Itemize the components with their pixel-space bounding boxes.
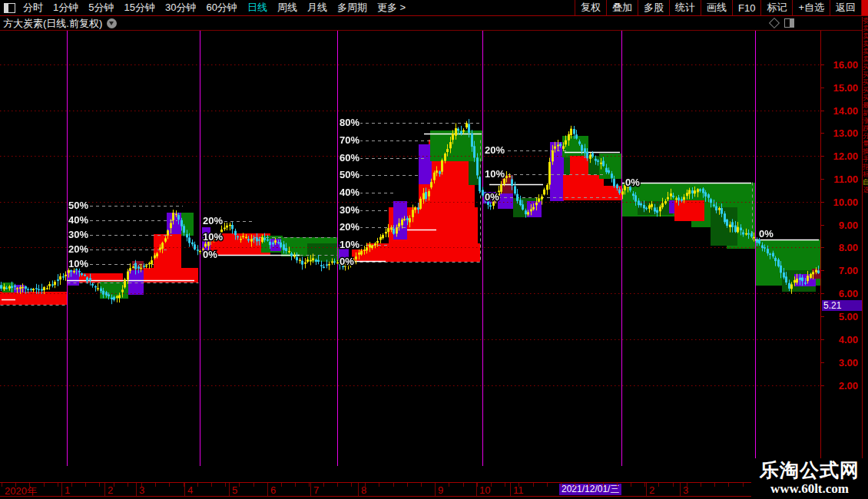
- month-divider: [680, 483, 681, 496]
- date-tick: [743, 483, 744, 487]
- toolbar-button-6[interactable]: 标记: [760, 0, 792, 15]
- period-tab-6[interactable]: 日线: [247, 1, 267, 15]
- date-tick: [351, 483, 352, 487]
- date-label: 10: [479, 484, 490, 496]
- period-tab-5[interactable]: 60分钟: [206, 1, 237, 15]
- price-axis[interactable]: 5.21 16.0015.0014.0013.0012.0011.0010.00…: [820, 31, 862, 482]
- date-label: 2: [108, 484, 113, 496]
- toolbar-button-1[interactable]: 叠加: [606, 0, 638, 15]
- price-tick: [821, 270, 824, 271]
- quote-panel-red-header[interactable]: [863, 2, 868, 15]
- toolbar-button-5[interactable]: F10: [732, 0, 760, 15]
- date-tick: [407, 483, 408, 487]
- date-tick: [617, 483, 618, 487]
- page-title: 方大炭素(日线.前复权): [0, 17, 102, 31]
- date-label: 3: [683, 484, 688, 496]
- date-tick: [701, 483, 701, 487]
- date-label: 3: [139, 484, 144, 496]
- period-tab-4[interactable]: 30分钟: [165, 1, 196, 15]
- price-label: 15.00: [833, 82, 858, 94]
- date-label: 9: [438, 484, 443, 496]
- period-tab-10[interactable]: 更多 >: [377, 1, 406, 15]
- price-label: 11.00: [833, 173, 858, 185]
- period-tab-0[interactable]: 分时: [23, 1, 43, 15]
- date-tick: [58, 483, 58, 487]
- period-menu: 分时1分钟5分钟15分钟30分钟60分钟日线周线月线多周期更多 >: [23, 1, 416, 15]
- date-tick: [71, 483, 72, 487]
- date-tick: [463, 483, 464, 487]
- date-tick: [99, 483, 100, 487]
- price-tick: [821, 247, 824, 248]
- price-label: 3.00: [839, 357, 858, 368]
- date-tick: [631, 483, 631, 487]
- toolbar-button-7[interactable]: +自选: [792, 0, 830, 15]
- collapsed-quote-panel-strip[interactable]: 委卖卖卖卖卖买买买买买最新涨跌分量换手指标自选: [862, 17, 868, 482]
- date-tick: [393, 483, 394, 487]
- chevron-down-icon[interactable]: [107, 18, 117, 28]
- price-label: 2.00: [839, 380, 858, 392]
- date-tick: [658, 483, 659, 487]
- date-tick: [533, 483, 534, 487]
- date-tick: [449, 483, 449, 487]
- date-tick: [114, 483, 114, 487]
- date-axis[interactable]: 2021/12/01/三 2020年123456789101123: [0, 482, 862, 497]
- split-window-icon[interactable]: [784, 18, 794, 28]
- month-divider: [310, 483, 311, 496]
- price-tick: [821, 133, 824, 134]
- toolbar-button-4[interactable]: 画线: [701, 0, 732, 15]
- period-tab-2[interactable]: 5分钟: [88, 1, 114, 15]
- title-bar: 方大炭素(日线.前复权): [0, 17, 868, 31]
- price-tick: [821, 156, 824, 157]
- date-tick: [673, 483, 674, 487]
- price-label: 16.00: [833, 59, 858, 71]
- date-tick: [155, 483, 156, 487]
- date-tick: [714, 483, 715, 487]
- date-tick: [561, 483, 562, 487]
- price-label: 12.00: [833, 150, 858, 162]
- date-label: 5: [232, 484, 237, 496]
- date-tick: [337, 483, 338, 487]
- date-tick: [169, 483, 170, 487]
- price-tick: [821, 293, 824, 294]
- watermark-url: www.60lt.com: [751, 482, 868, 496]
- date-tick: [253, 483, 254, 487]
- price-tick: [821, 225, 824, 226]
- date-tick: [575, 483, 575, 487]
- toolbar-button-3[interactable]: 统计: [669, 0, 701, 15]
- month-divider: [646, 483, 647, 496]
- month-divider: [476, 483, 477, 496]
- date-tick: [225, 483, 226, 487]
- period-tab-1[interactable]: 1分钟: [53, 1, 78, 15]
- date-label: 4: [187, 484, 193, 496]
- toolbar-right-buttons: 复权叠加多股统计画线F10标记+自选返回: [575, 0, 868, 15]
- date-tick: [85, 483, 86, 487]
- date-tick: [728, 483, 729, 487]
- period-tab-7[interactable]: 周线: [277, 1, 297, 15]
- price-label: 4.00: [839, 334, 858, 345]
- price-label: 13.00: [833, 127, 858, 139]
- period-tab-9[interactable]: 多周期: [337, 1, 367, 15]
- month-divider: [184, 483, 185, 496]
- date-tick: [211, 483, 212, 487]
- sidebar-toggle-icon[interactable]: [4, 3, 15, 13]
- date-tick: [44, 483, 45, 487]
- date-tick: [323, 483, 324, 487]
- price-label: 9.00: [839, 220, 858, 231]
- price-label: 14.00: [833, 105, 858, 117]
- month-divider: [229, 483, 230, 496]
- date-tick: [379, 483, 379, 487]
- price-label: 8.00: [839, 242, 858, 253]
- toolbar-button-2[interactable]: 多股: [638, 0, 669, 15]
- toolbar-button-0[interactable]: 复权: [575, 0, 606, 15]
- date-tick: [128, 483, 128, 487]
- date-label: 6: [270, 484, 276, 496]
- period-tab-3[interactable]: 15分钟: [124, 1, 154, 15]
- main-chart-canvas[interactable]: [0, 31, 820, 482]
- toolbar-button-8[interactable]: 返回: [830, 0, 861, 15]
- date-tick: [547, 483, 548, 487]
- period-tab-8[interactable]: 月线: [307, 1, 327, 15]
- date-tick: [505, 483, 505, 487]
- selected-date-tag: 2021/12/01/三: [559, 484, 621, 495]
- date-label: 1: [65, 484, 70, 496]
- date-label: 8: [361, 484, 366, 496]
